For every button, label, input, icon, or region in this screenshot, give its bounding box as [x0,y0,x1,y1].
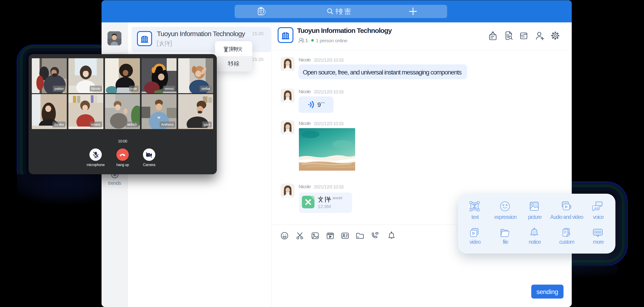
svg-text:.excel: .excel [332,196,342,200]
